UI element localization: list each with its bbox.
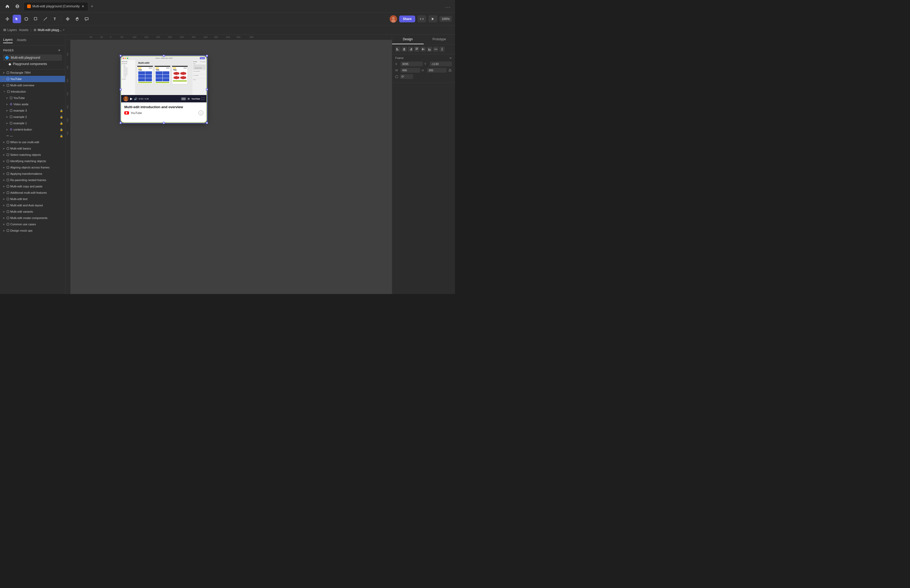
tool-component[interactable] <box>63 15 72 23</box>
layer-example-3[interactable]: ▶ example 3 🔒 <box>0 107 65 114</box>
add-tab-button[interactable]: + <box>88 3 95 10</box>
tool-shape[interactable] <box>32 15 40 23</box>
layer-video-aside[interactable]: ▶ Video aside <box>0 101 65 107</box>
tool-hand[interactable] <box>73 15 81 23</box>
tool-comment[interactable] <box>82 15 91 23</box>
layer-multiedit-autolayout[interactable]: ▶ Multi-edit and Auto layout <box>0 202 65 208</box>
right-panel-tabs: Design Prototype <box>392 35 455 44</box>
layer-frame-icon-21 <box>6 216 9 219</box>
layer-separator[interactable]: — 🔒 <box>0 132 65 139</box>
layer-additional-features[interactable]: ▶ Additional multi-edit features <box>0 189 65 196</box>
layer-youtube-child[interactable]: ▶ YouTube <box>0 95 65 101</box>
align-center-h-button[interactable] <box>402 47 407 52</box>
canvas-area[interactable]: -50 -25 0 50 100 150 200 250 300 350 400… <box>65 35 392 294</box>
dist-h-button[interactable] <box>433 47 438 52</box>
tab-close-button[interactable] <box>81 5 85 8</box>
layer-applying-transformations[interactable]: ▶ Applying transformations <box>0 171 65 177</box>
user-avatar[interactable] <box>390 15 397 23</box>
layers-tab[interactable]: Layers <box>3 28 17 32</box>
svg-marker-45 <box>173 76 179 79</box>
layer-example-2[interactable]: ▶ example 2 🔒 <box>0 114 65 120</box>
layer-label-separator: — <box>10 134 13 137</box>
code-button[interactable] <box>417 15 426 23</box>
more-options-button[interactable]: ... <box>445 3 451 9</box>
page-label-main: Multi-edit playground <box>11 56 40 60</box>
layer-design-mock-ups[interactable]: ▶ Design mock ups <box>0 228 65 234</box>
tool-pen[interactable] <box>41 15 50 23</box>
globe-icon[interactable] <box>13 2 22 11</box>
fullscreen-icon[interactable]: ⛶ <box>202 97 204 100</box>
layer-frame-icon-17 <box>6 191 9 194</box>
tool-move[interactable] <box>3 15 11 23</box>
layer-multiedit-overview[interactable]: ▶ Multi-edit overview <box>0 82 65 89</box>
svg-rect-34 <box>7 179 9 181</box>
active-tab[interactable]: Multi-edit playground (Community <box>24 2 88 11</box>
tool-select[interactable] <box>13 15 21 23</box>
layer-frame-icon-12 <box>6 160 9 162</box>
tab-design[interactable]: Design <box>392 35 423 44</box>
video-card[interactable]: Demo • Multi-edit: NOW Share Multi-edit … <box>121 56 207 123</box>
layer-when-to-use[interactable]: ▶ When to use multi-edit <box>0 139 65 145</box>
play-button-icon[interactable]: ▶ <box>130 97 133 100</box>
layer-multiedit-create-components[interactable]: ▶ Multi-edit create components <box>0 215 65 221</box>
add-page-button[interactable]: + <box>57 48 62 53</box>
present-button[interactable] <box>428 15 437 23</box>
assets-tab[interactable]: Assets <box>19 28 28 32</box>
sel-handle-br[interactable] <box>206 122 208 124</box>
sidebar-tab-layers[interactable]: Layers <box>3 37 13 43</box>
layer-reparenting[interactable]: ▶ Re-parenting nested frames <box>0 177 65 183</box>
sel-handle-bl[interactable] <box>120 122 122 124</box>
tool-text[interactable]: T <box>50 15 59 23</box>
volume-icon[interactable]: 🔊 <box>134 97 137 100</box>
layer-select-matching[interactable]: ▶ Select matching objects <box>0 152 65 158</box>
layer-example-1[interactable]: ▶ example 1 🔒 <box>0 120 65 126</box>
share-button[interactable]: Share <box>399 16 415 23</box>
y-label: Y <box>425 62 428 66</box>
page-item-components[interactable]: ◆ Playground components <box>3 61 62 67</box>
cc-button[interactable]: CC <box>181 97 186 100</box>
x-value[interactable]: 3095 <box>401 61 423 66</box>
align-left-button[interactable] <box>395 47 401 52</box>
breadcrumb-path[interactable]: Multi-edit playg... <box>34 28 65 32</box>
svg-rect-24 <box>10 110 12 111</box>
tool-frame[interactable] <box>22 15 31 23</box>
align-middle-button[interactable] <box>420 47 426 52</box>
svg-rect-15 <box>3 29 6 29</box>
layer-youtube-selected[interactable]: ▶ YouTube <box>0 76 65 82</box>
page-item-main[interactable]: 🔷 Multi-edit playground <box>3 55 62 61</box>
tab-prototype[interactable]: Prototype <box>423 35 455 44</box>
layer-multiedit-text[interactable]: ▶ Multi-edit text <box>0 196 65 202</box>
layer-introduction[interactable]: ▼ Introduction <box>0 89 65 95</box>
rotation-value[interactable]: 0° <box>400 74 413 79</box>
layer-label-multiedit-basics: Multi-edit basics <box>10 147 31 150</box>
layer-rectangle-7894[interactable]: ▶ Rectangle 7894 <box>0 69 65 76</box>
layer-multiedit-variants[interactable]: ▶ Multi-edit variants <box>0 208 65 215</box>
align-right-button[interactable] <box>408 47 413 52</box>
layer-multiedit-basics[interactable]: ▶ Multi-edit basics <box>0 145 65 152</box>
info-icon[interactable]: i <box>199 111 203 115</box>
svg-point-48 <box>125 97 127 99</box>
layer-aligning-objects[interactable]: ▶ Aligning objects across frames <box>0 164 65 171</box>
align-bottom-button[interactable] <box>427 47 432 52</box>
wh-row: W 496 H 395 <box>395 68 452 73</box>
svg-rect-21 <box>7 84 9 86</box>
layer-content-button[interactable]: ▶ content-button 🔒 <box>0 126 65 132</box>
home-icon[interactable] <box>3 2 11 11</box>
h-value[interactable]: 395 <box>427 68 447 73</box>
w-value[interactable]: 496 <box>401 68 420 73</box>
layer-identifying-matching[interactable]: ▶ Identifying matching objects <box>0 158 65 164</box>
sidebar-tab-assets[interactable]: Assets <box>17 37 26 43</box>
align-top-button[interactable] <box>414 47 419 52</box>
frame-dropdown-icon[interactable] <box>449 57 452 59</box>
layer-frame-icon-22 <box>6 223 9 226</box>
y-value[interactable]: -1130 <box>430 61 452 66</box>
breadcrumb-separator: | <box>31 28 31 32</box>
constrain-proportions-button[interactable] <box>448 68 452 72</box>
dist-v-button[interactable] <box>440 47 445 52</box>
zoom-level[interactable]: 166% <box>440 16 452 22</box>
layer-frame-icon-16 <box>6 185 9 188</box>
layer-label-additional-features: Additional multi-edit features <box>10 191 47 194</box>
layer-common-use-cases[interactable]: ▶ Common use cases <box>0 221 65 228</box>
layer-copy-paste[interactable]: ▶ Multi-edit copy and paste <box>0 183 65 189</box>
settings-icon[interactable]: ⚙ <box>187 97 190 100</box>
